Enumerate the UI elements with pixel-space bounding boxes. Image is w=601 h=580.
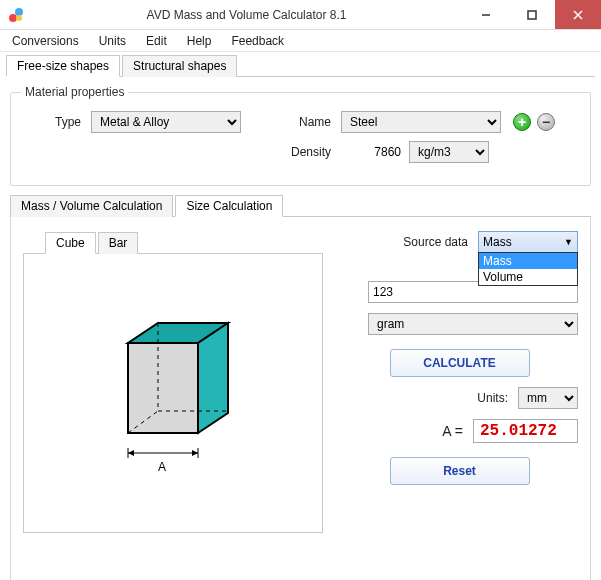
source-data-select[interactable]: Mass ▼ Mass Volume: [478, 231, 578, 253]
shape-preview: A: [23, 253, 323, 533]
svg-rect-9: [128, 343, 198, 433]
svg-point-1: [15, 8, 23, 16]
outer-tabs: Free-size shapes Structural shapes: [6, 54, 595, 77]
inner-tabs: Mass / Volume Calculation Size Calculati…: [10, 194, 591, 580]
density-unit-select[interactable]: kg/m3: [409, 141, 489, 163]
density-value: 7860: [341, 145, 401, 159]
svg-text:A: A: [158, 460, 166, 474]
app-icon: [8, 7, 24, 23]
type-label: Type: [21, 115, 81, 129]
chevron-down-icon: ▼: [564, 237, 573, 247]
svg-rect-4: [528, 11, 536, 19]
name-label: Name: [281, 115, 331, 129]
density-label: Density: [281, 145, 331, 159]
menu-edit[interactable]: Edit: [138, 32, 175, 50]
material-legend: Material properties: [21, 85, 128, 99]
tab-size-calc[interactable]: Size Calculation: [175, 195, 283, 217]
svg-marker-17: [192, 450, 198, 456]
menu-conversions[interactable]: Conversions: [4, 32, 87, 50]
material-properties-group: Material properties Type Metal & Alloy N…: [10, 85, 591, 186]
menu-help[interactable]: Help: [179, 32, 220, 50]
cube-icon: A: [78, 293, 268, 493]
svg-marker-16: [128, 450, 134, 456]
tab-mass-volume[interactable]: Mass / Volume Calculation: [10, 195, 173, 217]
svg-point-0: [9, 14, 17, 22]
reset-button[interactable]: Reset: [390, 457, 530, 485]
minimize-button[interactable]: [463, 0, 509, 29]
tab-free-size[interactable]: Free-size shapes: [6, 55, 120, 77]
maximize-button[interactable]: [509, 0, 555, 29]
result-label: A =: [442, 423, 463, 439]
tab-bar[interactable]: Bar: [98, 232, 139, 254]
source-data-dropdown[interactable]: Mass Volume: [478, 252, 578, 286]
tab-structural[interactable]: Structural shapes: [122, 55, 237, 77]
source-data-label: Source data: [403, 235, 468, 249]
window-title: AVD Mass and Volume Calculator 8.1: [30, 8, 463, 22]
svg-point-2: [16, 15, 22, 21]
shape-tabs: Cube Bar: [23, 231, 323, 253]
calculate-button[interactable]: CALCULATE: [390, 349, 530, 377]
option-volume[interactable]: Volume: [479, 269, 577, 285]
tab-cube[interactable]: Cube: [45, 232, 96, 254]
add-material-button[interactable]: +: [513, 113, 531, 131]
result-value: 25.01272: [473, 419, 578, 443]
menubar: Conversions Units Edit Help Feedback: [0, 30, 601, 52]
svg-marker-8: [198, 323, 228, 433]
units-label: Units:: [477, 391, 508, 405]
name-select[interactable]: Steel: [341, 111, 501, 133]
type-select[interactable]: Metal & Alloy: [91, 111, 241, 133]
titlebar: AVD Mass and Volume Calculator 8.1: [0, 0, 601, 30]
menu-feedback[interactable]: Feedback: [223, 32, 292, 50]
menu-units[interactable]: Units: [91, 32, 134, 50]
close-button[interactable]: [555, 0, 601, 29]
output-unit-select[interactable]: mm: [518, 387, 578, 409]
input-unit-select[interactable]: gram: [368, 313, 578, 335]
option-mass[interactable]: Mass: [479, 253, 577, 269]
remove-material-button[interactable]: −: [537, 113, 555, 131]
